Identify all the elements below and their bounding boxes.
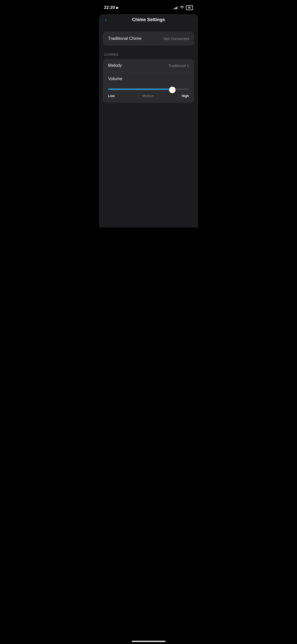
wifi-icon [180, 6, 184, 10]
volume-label: Volume [108, 76, 189, 81]
page-title: Chime Settings [132, 17, 165, 22]
volume-section: Volume Low Medium High [103, 72, 194, 103]
volume-slider-wrapper [108, 87, 189, 91]
main-content: Traditional Chime Not Connected ZVONEK M… [99, 26, 198, 228]
nav-header: ‹ Chime Settings [99, 14, 198, 26]
time-text: 22:20 [104, 5, 115, 10]
battery-icon: 90 [186, 5, 193, 10]
section-label-zvonek: ZVONEK [103, 53, 194, 56]
signal-bar-4 [177, 6, 178, 9]
signal-bar-2 [175, 8, 176, 9]
battery-level: 90 [188, 6, 191, 9]
melody-label: Melody [108, 63, 122, 68]
status-time: 22:20 ▶ [104, 5, 119, 10]
back-chevron-icon: ‹ [105, 17, 107, 23]
settings-card: Melody Traditional 1 Volume Low Medium H… [103, 59, 194, 103]
slider-label-low: Low [108, 94, 115, 98]
location-icon: ▶ [116, 6, 119, 10]
traditional-chime-card[interactable]: Traditional Chime Not Connected [103, 31, 194, 46]
signal-bar-1 [174, 8, 174, 9]
back-button[interactable]: ‹ [104, 16, 108, 24]
slider-label-high: High [182, 94, 189, 98]
chime-card-label: Traditional Chime [108, 36, 142, 41]
volume-slider[interactable] [108, 89, 189, 90]
melody-row[interactable]: Melody Traditional 1 [103, 59, 194, 72]
chime-card-status: Not Connected [164, 37, 189, 41]
melody-value: Traditional 1 [168, 63, 189, 68]
status-bar: 22:20 ▶ 90 [99, 0, 198, 14]
status-icons: 90 [174, 5, 193, 10]
slider-label-medium: Medium [142, 94, 154, 98]
slider-labels: Low Medium High [108, 94, 189, 98]
signal-bars-icon [174, 6, 178, 9]
signal-bar-3 [176, 7, 177, 9]
